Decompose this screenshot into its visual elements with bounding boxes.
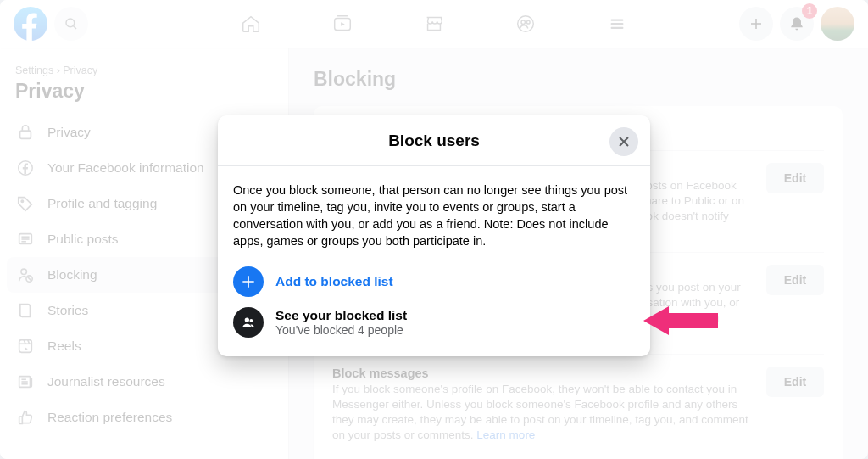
modal-description: Once you block someone, that person can … <box>233 182 635 249</box>
row-subtitle: You've blocked 4 people <box>275 323 407 337</box>
svg-point-31 <box>249 319 253 322</box>
plus-icon <box>233 266 264 297</box>
see-blocked-list-row[interactable]: See your blocked list You've blocked 4 p… <box>233 302 635 343</box>
add-to-blocked-list-row[interactable]: Add to blocked list <box>233 261 635 302</box>
svg-point-30 <box>245 317 249 322</box>
modal-overlay[interactable]: Block users Once you block someone, that… <box>0 0 868 459</box>
modal-header: Block users <box>218 115 650 166</box>
modal-body: Once you block someone, that person can … <box>218 166 650 356</box>
modal-title: Block users <box>388 132 480 150</box>
block-users-modal: Block users Once you block someone, that… <box>218 115 650 356</box>
annotation-arrow <box>640 303 718 342</box>
row-title: Add to blocked list <box>275 274 393 289</box>
people-icon <box>233 307 264 338</box>
row-title: See your blocked list <box>275 308 407 323</box>
close-button[interactable] <box>609 127 638 156</box>
